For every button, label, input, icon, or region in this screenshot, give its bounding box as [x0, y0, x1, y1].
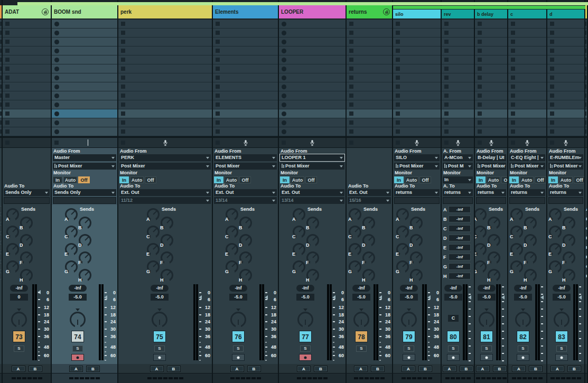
output-channel-box[interactable]	[509, 197, 545, 204]
volume-fader-marker[interactable]	[578, 295, 582, 300]
clip-slot[interactable]	[213, 100, 278, 109]
audio-from-dropdown[interactable]: A-MCon	[443, 154, 473, 161]
stop-clip-button[interactable]	[444, 76, 449, 80]
record-slot-button[interactable]	[54, 67, 59, 71]
monitor-in-button[interactable]: In	[280, 176, 290, 183]
stop-clip-button[interactable]	[511, 67, 515, 71]
monitor-off-button[interactable]: Off	[419, 176, 431, 183]
clip-slot[interactable]	[475, 20, 507, 29]
arm-record-button[interactable]	[232, 354, 245, 361]
monitor-in-button[interactable]: In	[394, 176, 404, 183]
stop-clip-button[interactable]	[511, 31, 515, 35]
track-header[interactable]: perk	[118, 5, 212, 18]
stop-clip-button[interactable]	[550, 129, 554, 134]
clip-slot[interactable]	[3, 91, 51, 100]
record-slot-button[interactable]	[282, 129, 286, 134]
volume-value-box[interactable]: -5.0	[400, 294, 418, 301]
stop-clip-button[interactable]	[349, 22, 353, 26]
clip-slot[interactable]	[52, 20, 117, 29]
record-slot-button[interactable]	[54, 49, 59, 53]
clip-slot[interactable]	[508, 64, 546, 73]
pan-knob[interactable]	[152, 312, 167, 328]
stop-clip-button[interactable]	[5, 31, 10, 35]
clip-slot[interactable]	[279, 38, 346, 46]
stop-clip-button[interactable]	[349, 58, 353, 62]
stop-clip-button[interactable]	[216, 58, 220, 62]
clip-slot[interactable]	[347, 73, 392, 82]
routing-point-dropdown[interactable]: Post M	[443, 163, 473, 170]
monitor-off-button[interactable]: Off	[145, 176, 156, 183]
audio-to-dropdown[interactable]: returns	[476, 189, 506, 196]
clip-slot[interactable]	[347, 46, 392, 55]
clip-slot[interactable]	[442, 91, 474, 100]
stop-clip-button[interactable]	[121, 102, 125, 107]
clip-slot[interactable]	[547, 20, 584, 29]
clip-slot[interactable]	[393, 82, 441, 91]
stop-all-clips-button[interactable]	[478, 141, 482, 145]
stop-clip-button[interactable]	[511, 111, 515, 116]
track-header[interactable]: returns	[347, 5, 392, 18]
stop-clip-button[interactable]	[396, 49, 400, 53]
stop-clip-button[interactable]	[5, 102, 10, 107]
stop-clip-button[interactable]	[444, 85, 449, 89]
stop-clip-button[interactable]	[5, 129, 10, 134]
volume-fader-marker[interactable]	[501, 295, 505, 300]
stop-clip-button[interactable]	[5, 22, 10, 26]
clip-slot[interactable]	[118, 91, 212, 100]
clip-slot[interactable]	[279, 109, 346, 118]
track-header[interactable]: d	[547, 10, 584, 18]
clip-slot[interactable]	[347, 118, 392, 127]
clip-slot[interactable]	[347, 127, 392, 136]
clip-slot[interactable]	[279, 127, 346, 136]
record-slot-button[interactable]	[282, 22, 286, 26]
output-channel-dropdown[interactable]: 13/14	[214, 197, 277, 204]
clip-slot[interactable]	[547, 109, 584, 118]
solo-button[interactable]: S	[14, 345, 24, 352]
monitor-in-button[interactable]: In	[214, 176, 223, 183]
clip-slot[interactable]	[475, 118, 507, 127]
clip-slot[interactable]	[475, 82, 507, 91]
crossfade-a-button[interactable]: A	[297, 366, 311, 372]
clip-slot[interactable]	[52, 55, 117, 64]
stop-clip-button[interactable]	[478, 120, 482, 125]
clip-slot[interactable]	[347, 100, 392, 109]
stop-clip-button[interactable]	[511, 85, 515, 89]
crossfade-a-button[interactable]: A	[402, 366, 415, 372]
stop-clip-button[interactable]	[550, 49, 554, 53]
record-slot-button[interactable]	[282, 111, 286, 116]
stop-clip-button[interactable]	[5, 76, 10, 80]
clip-slot[interactable]	[442, 100, 474, 109]
arm-record-button[interactable]	[480, 354, 493, 361]
crossfade-b-button[interactable]: B	[29, 366, 42, 372]
group-menu-icon[interactable]	[383, 8, 390, 15]
crossfade-b-button[interactable]: B	[418, 366, 432, 372]
clip-slot[interactable]	[508, 127, 546, 136]
solo-button[interactable]: S	[233, 345, 244, 352]
arm-record-button[interactable]	[299, 354, 312, 361]
stop-clip-button[interactable]	[396, 40, 400, 44]
solo-button[interactable]: S	[556, 345, 567, 352]
clip-slot[interactable]	[279, 46, 346, 55]
track-activator-button[interactable]: 74	[71, 331, 84, 342]
crossfade-a-button[interactable]: A	[443, 366, 456, 372]
stop-clip-button[interactable]	[5, 58, 10, 62]
stop-clip-button[interactable]	[444, 49, 449, 53]
crossfade-a-button[interactable]: A	[230, 366, 244, 372]
clip-slot[interactable]	[118, 20, 212, 29]
solo-button[interactable]: S	[404, 345, 414, 352]
routing-point-dropdown[interactable]: Post Mixer	[119, 163, 211, 170]
clip-slot[interactable]	[118, 118, 212, 127]
stop-clip-button[interactable]	[511, 58, 515, 62]
stop-clip-button[interactable]	[349, 111, 353, 116]
crossfade-a-button[interactable]: A	[512, 366, 526, 372]
clip-slot[interactable]	[3, 73, 51, 82]
stop-clip-button[interactable]	[216, 85, 220, 89]
clip-slot[interactable]	[347, 82, 392, 91]
stop-clip-button[interactable]	[396, 67, 400, 71]
audio-to-dropdown[interactable]: Sends Only	[4, 189, 50, 196]
volume-value-box[interactable]: -5.0	[553, 294, 571, 301]
stop-clip-button[interactable]	[5, 67, 10, 71]
output-channel-box[interactable]	[394, 197, 440, 204]
stop-clip-button[interactable]	[396, 129, 400, 134]
output-channel-box[interactable]	[476, 197, 506, 204]
